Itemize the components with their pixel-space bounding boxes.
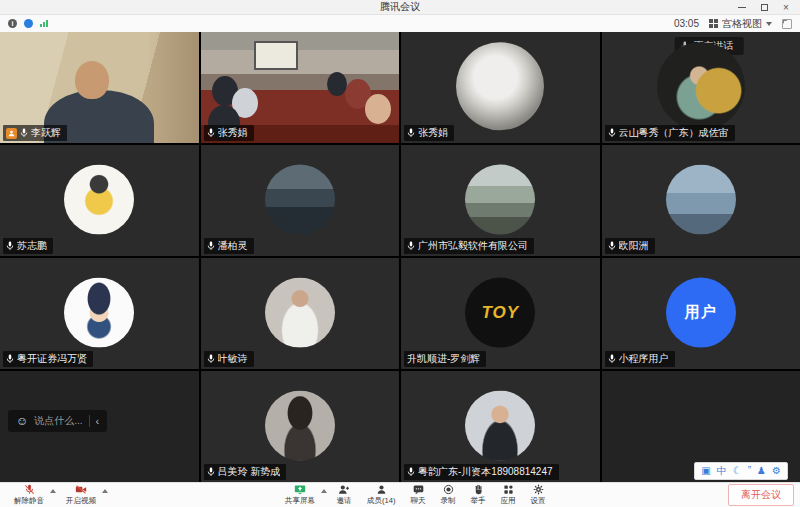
video-tile[interactable]: 粤韵广东-川资本18908814247 [401, 371, 600, 482]
participant-name-label: 叶敏诗 [204, 351, 254, 367]
participant-name: 吕美玲 新势成 [218, 465, 281, 479]
participant-name: 小程序用户 [619, 352, 669, 366]
status-icons: i [8, 19, 48, 28]
video-tile[interactable]: 张秀娟 [201, 32, 400, 143]
unmute-button[interactable]: 解除静音 [6, 483, 52, 507]
chat-button[interactable]: 聊天 [403, 483, 433, 507]
maximize-button[interactable] [754, 1, 774, 15]
collapse-icon[interactable]: ‹ [96, 415, 100, 427]
meeting-timer: 03:05 [674, 18, 699, 29]
mic-icon [608, 128, 616, 138]
divider [89, 415, 90, 427]
avatar [465, 164, 535, 234]
record-label: 录制 [441, 495, 456, 505]
emoji-icon[interactable]: ☺ [16, 415, 28, 427]
video-tile[interactable]: 粤开证券冯万贤 [0, 258, 199, 369]
participant-name: 苏志鹏 [17, 239, 47, 253]
ime-punct-icon[interactable]: ” [748, 465, 751, 477]
participant-name: 张秀娟 [218, 126, 248, 140]
chat-icon [411, 484, 426, 495]
video-tile[interactable]: TOY 升凯顺进-罗剑辉 [401, 258, 600, 369]
avatar [265, 277, 335, 347]
apps-icon [501, 484, 516, 495]
participant-name: 广州市弘毅软件有限公司 [418, 239, 528, 253]
grid-view-label: 宫格视图 [722, 17, 762, 31]
settings-button[interactable]: 设置 [523, 483, 553, 507]
ime-settings-icon[interactable]: ⚙ [772, 465, 781, 477]
participant-name-label: 云山粤秀（广东）成佐宙 [605, 125, 735, 141]
meeting-toolbar: 解除静音 开启视频 共享屏幕 [0, 482, 800, 507]
ime-user-icon[interactable]: ♟ [757, 465, 766, 477]
participant-name: 欧阳洲 [619, 239, 649, 253]
video-tile[interactable]: 广州市弘毅软件有限公司 [401, 145, 600, 256]
title-bar: 腾讯会议 × [0, 0, 800, 15]
avatar-logo-text: TOY [481, 302, 519, 322]
chat-label: 聊天 [411, 495, 426, 505]
unmute-label: 解除静音 [14, 495, 44, 505]
share-screen-button[interactable]: 共享屏幕 [277, 483, 323, 507]
network-signal-icon [40, 20, 48, 27]
video-tile[interactable]: 欧阳洲 [602, 145, 800, 256]
close-button[interactable]: × [776, 1, 796, 15]
participant-name-label: 苏志鹏 [3, 238, 53, 254]
invite-label: 邀请 [336, 495, 351, 505]
ime-halfwidth-icon[interactable]: ☾ [733, 465, 742, 477]
video-tile[interactable]: 李跃辉 [0, 32, 199, 143]
participant-name-label: 张秀娟 [204, 125, 254, 141]
video-tile[interactable]: 潘柏灵 [201, 145, 400, 256]
participant-name-label: 广州市弘毅软件有限公司 [404, 238, 534, 254]
fullscreen-icon[interactable] [782, 19, 792, 29]
grid-view-button[interactable]: 宫格视图 [709, 17, 772, 31]
raise-hand-button[interactable]: 举手 [463, 483, 493, 507]
invite-button[interactable]: 邀请 [329, 483, 359, 507]
members-label: 成员(14) [367, 495, 396, 505]
video-tile[interactable]: 叶敏诗 [201, 258, 400, 369]
mic-icon [207, 354, 215, 364]
video-tile[interactable]: 张秀娟 [401, 32, 600, 143]
avatar [666, 164, 736, 234]
mic-icon [407, 467, 415, 477]
avatar: 用户 [666, 277, 736, 347]
participant-name: 升凯顺进-罗剑辉 [407, 352, 480, 366]
apps-label: 应用 [501, 495, 516, 505]
video-tile[interactable]: 苏志鹏 [0, 145, 199, 256]
meeting-info-icon[interactable]: i [8, 19, 17, 28]
ime-lang-label[interactable]: 中 [717, 465, 727, 477]
members-button[interactable]: 成员(14) [359, 483, 403, 507]
settings-gear-icon [531, 484, 546, 495]
video-tile[interactable]: ☺ 说点什么... ‹ [0, 371, 199, 482]
mic-icon [608, 354, 616, 364]
participant-name-label: 潘柏灵 [204, 238, 254, 254]
video-tile[interactable]: 正在讲话 云山粤秀（广东）成佐宙 [602, 32, 800, 143]
avatar [657, 42, 745, 130]
meeting-status-bar: i 03:05 宫格视图 [0, 15, 800, 32]
video-tile[interactable]: 吕美玲 新势成 [201, 371, 400, 482]
apps-button[interactable]: 应用 [493, 483, 523, 507]
members-icon [374, 484, 389, 495]
avatar: TOY [465, 277, 535, 347]
chat-quick-input[interactable]: ☺ 说点什么... ‹ [8, 410, 107, 432]
chevron-down-icon [766, 22, 772, 26]
ime-language-bar[interactable]: ▣ 中 ☾ ” ♟ ⚙ [694, 462, 788, 480]
start-video-label: 开启视频 [66, 495, 96, 505]
avatar [64, 164, 134, 234]
window-title: 腾讯会议 [380, 0, 420, 14]
security-icon[interactable] [24, 19, 33, 28]
record-button[interactable]: 录制 [433, 483, 463, 507]
leave-meeting-button[interactable]: 离开会议 [728, 484, 794, 506]
participant-name-label: 李跃辉 [3, 125, 67, 141]
chat-placeholder[interactable]: 说点什么... [34, 414, 82, 428]
participant-name: 粤开证券冯万贤 [17, 352, 87, 366]
participant-name-label: 小程序用户 [605, 351, 675, 367]
mic-icon [207, 128, 215, 138]
avatar [265, 390, 335, 460]
raise-hand-label: 举手 [471, 495, 486, 505]
video-tile[interactable]: 用户 小程序用户 [602, 258, 800, 369]
avatar [465, 390, 535, 460]
participant-name-label: 粤开证券冯万贤 [3, 351, 93, 367]
participant-name-label: 吕美玲 新势成 [204, 464, 287, 480]
ime-mode-icon[interactable]: ▣ [701, 465, 710, 477]
start-video-button[interactable]: 开启视频 [58, 483, 104, 507]
participant-name: 张秀娟 [418, 126, 448, 140]
minimize-button[interactable] [732, 1, 752, 15]
